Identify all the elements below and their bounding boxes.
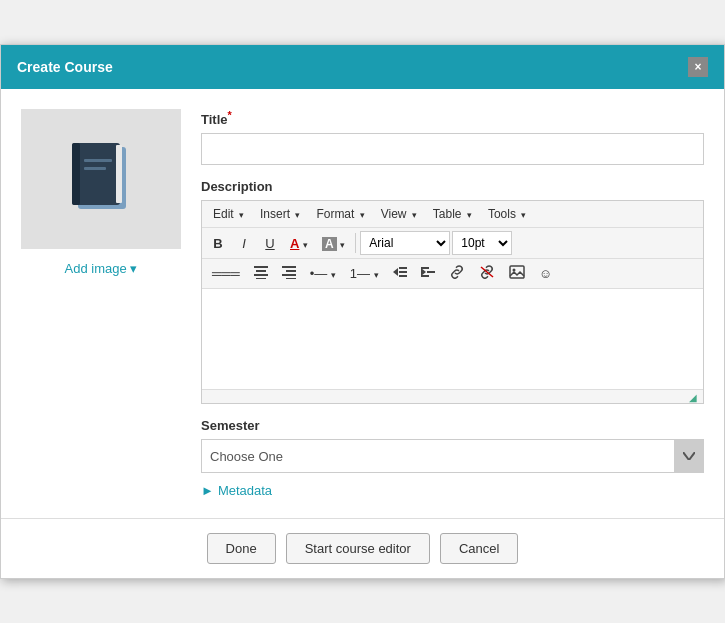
font-color-button[interactable]: A ▾ <box>284 233 314 254</box>
svg-rect-17 <box>399 275 407 277</box>
menu-view[interactable]: View ▾ <box>374 204 424 224</box>
editor-content-area[interactable] <box>202 289 703 389</box>
semester-section: Semester Choose One <box>201 418 704 473</box>
toolbar-sep-1 <box>355 233 356 253</box>
insert-link-button[interactable] <box>443 262 471 285</box>
font-bg-button[interactable]: A ▾ <box>316 233 351 254</box>
unlink-button[interactable] <box>473 262 501 285</box>
menu-insert[interactable]: Insert ▾ <box>253 204 307 224</box>
metadata-section: ► Metadata <box>201 483 704 498</box>
menu-edit[interactable]: Edit ▾ <box>206 204 251 224</box>
chevron-right-icon: ► <box>201 483 214 498</box>
bold-button[interactable]: B <box>206 233 230 254</box>
metadata-label: Metadata <box>218 483 272 498</box>
svg-rect-5 <box>116 145 122 203</box>
semester-select[interactable]: Choose One <box>201 439 704 473</box>
svg-rect-19 <box>421 267 429 269</box>
svg-rect-8 <box>254 274 268 276</box>
cancel-button[interactable]: Cancel <box>440 533 518 564</box>
svg-marker-14 <box>393 268 398 276</box>
align-center-button[interactable] <box>248 262 274 285</box>
italic-button[interactable]: I <box>232 233 256 254</box>
svg-rect-15 <box>399 267 407 269</box>
insert-emoji-button[interactable]: ☺ <box>533 263 558 284</box>
svg-rect-20 <box>427 271 435 273</box>
editor-menubar: Edit ▾ Insert ▾ Format ▾ View ▾ Table ▾ … <box>202 201 703 228</box>
svg-rect-21 <box>421 275 429 277</box>
dialog-title: Create Course <box>17 59 113 75</box>
align-right-button[interactable] <box>276 262 302 285</box>
rich-text-editor: Edit ▾ Insert ▾ Format ▾ View ▾ Table ▾ … <box>201 200 704 404</box>
dialog-header: Create Course × <box>1 45 724 89</box>
svg-marker-18 <box>421 268 426 276</box>
semester-label: Semester <box>201 418 704 433</box>
left-panel: Add image ▾ <box>21 109 181 498</box>
done-button[interactable]: Done <box>207 533 276 564</box>
editor-statusbar: ◢ <box>202 389 703 403</box>
svg-rect-2 <box>72 143 80 205</box>
insert-image-button[interactable] <box>503 262 531 285</box>
svg-rect-23 <box>510 266 524 278</box>
svg-rect-12 <box>282 274 296 276</box>
font-size-select[interactable]: 10pt 12pt 14pt 18pt <box>452 231 512 255</box>
svg-rect-6 <box>254 266 268 268</box>
editor-toolbar-2: ═══ •— ▾ 1— ▾ <box>202 259 703 289</box>
svg-rect-11 <box>286 270 296 272</box>
metadata-toggle-button[interactable]: ► Metadata <box>201 483 272 498</box>
dialog-footer: Done Start course editor Cancel <box>1 518 724 578</box>
align-left-button[interactable]: ═══ <box>206 263 246 284</box>
close-button[interactable]: × <box>688 57 708 77</box>
font-family-select[interactable]: Arial Times New Roman Courier New <box>360 231 450 255</box>
indent-increase-button[interactable] <box>415 262 441 285</box>
svg-rect-7 <box>256 270 266 272</box>
numbered-list-button[interactable]: 1— ▾ <box>344 263 385 284</box>
menu-format[interactable]: Format ▾ <box>309 204 371 224</box>
svg-rect-10 <box>282 266 296 268</box>
underline-button[interactable]: U <box>258 233 282 254</box>
title-label: Title* <box>201 109 704 127</box>
description-label: Description <box>201 179 704 194</box>
add-image-button[interactable]: Add image ▾ <box>21 257 181 280</box>
title-input[interactable] <box>201 133 704 165</box>
bullet-list-button[interactable]: •— ▾ <box>304 263 342 284</box>
menu-tools[interactable]: Tools ▾ <box>481 204 533 224</box>
menu-table[interactable]: Table ▾ <box>426 204 479 224</box>
create-course-dialog: Create Course × <box>0 44 725 579</box>
svg-rect-16 <box>399 271 407 273</box>
svg-rect-13 <box>286 278 296 279</box>
editor-toolbar-1: B I U A ▾ A ▾ Arial Times New Roman Cour… <box>202 228 703 259</box>
svg-rect-4 <box>84 167 106 170</box>
right-panel: Title* Description Edit ▾ Insert ▾ Forma… <box>201 109 704 498</box>
indent-decrease-button[interactable] <box>387 262 413 285</box>
semester-select-wrapper: Choose One <box>201 439 704 473</box>
resize-handle: ◢ <box>689 392 699 402</box>
book-icon <box>66 139 136 219</box>
image-placeholder <box>21 109 181 249</box>
dialog-body: Add image ▾ Title* Description Edit ▾ In… <box>1 89 724 518</box>
svg-rect-3 <box>84 159 112 162</box>
start-course-editor-button[interactable]: Start course editor <box>286 533 430 564</box>
svg-rect-9 <box>256 278 266 279</box>
